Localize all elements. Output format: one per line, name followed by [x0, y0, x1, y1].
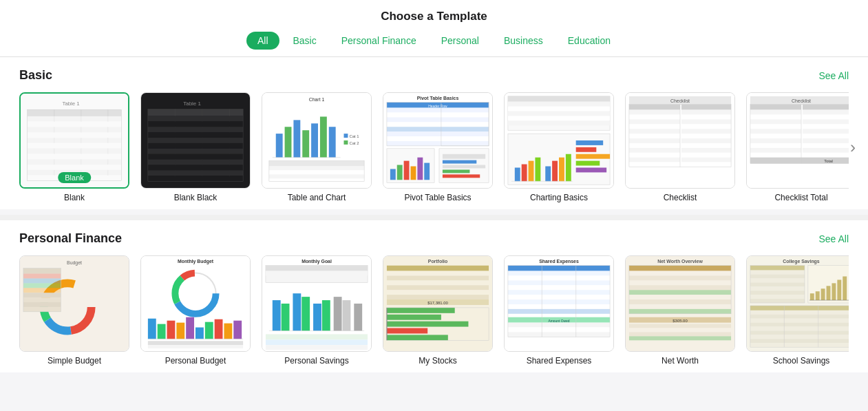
svg-text:Monthly Goal: Monthly Goal: [301, 259, 332, 264]
svg-rect-53: [269, 167, 364, 171]
svg-text:Checklist: Checklist: [670, 98, 690, 103]
basic-see-all[interactable]: See All: [818, 70, 849, 81]
svg-rect-151: [750, 129, 801, 134]
svg-rect-122: [629, 134, 680, 138]
svg-text:Pivot Table Basics: Pivot Table Basics: [417, 96, 459, 101]
svg-rect-89: [508, 112, 610, 116]
svg-rect-235: [387, 328, 427, 334]
template-thumb-personal-savings: Monthly Goal: [262, 255, 372, 352]
template-school-savings[interactable]: College Savings: [746, 255, 849, 366]
svg-rect-156: [803, 138, 849, 143]
tab-education[interactable]: Education: [557, 32, 622, 50]
svg-rect-41: [285, 127, 292, 157]
svg-rect-141: [750, 105, 801, 110]
svg-rect-95: [529, 161, 534, 182]
svg-rect-197: [215, 319, 223, 339]
svg-rect-224: [387, 271, 489, 276]
personal-finance-see-all[interactable]: See All: [818, 233, 849, 244]
svg-rect-128: [629, 148, 680, 153]
svg-rect-64: [387, 122, 489, 127]
template-checklist[interactable]: Checklist: [625, 92, 735, 202]
svg-rect-93: [515, 168, 520, 182]
template-blank-black[interactable]: Table 1: [140, 92, 251, 202]
svg-rect-149: [750, 124, 801, 129]
template-personal-budget[interactable]: Monthly Budget: [140, 255, 251, 366]
svg-rect-52: [269, 161, 364, 167]
svg-rect-88: [508, 107, 610, 112]
svg-rect-112: [629, 110, 680, 115]
svg-rect-243: [508, 276, 610, 281]
svg-rect-308: [750, 343, 849, 347]
svg-rect-124: [629, 138, 680, 143]
svg-rect-195: [195, 328, 204, 339]
svg-rect-120: [629, 129, 680, 134]
svg-rect-36: [148, 176, 243, 181]
template-simple-budget[interactable]: Budget: [19, 255, 129, 366]
tab-all[interactable]: All: [246, 32, 279, 50]
template-checklist-total-label: Checklist Total: [774, 193, 827, 202]
svg-rect-304: [750, 327, 849, 331]
template-table-chart[interactable]: Chart 1 Cat 1 Cat 2: [262, 92, 372, 202]
svg-rect-294: [827, 286, 831, 300]
svg-rect-96: [535, 158, 540, 182]
svg-rect-115: [681, 114, 731, 119]
svg-rect-48: [344, 134, 348, 138]
template-charting-label: Charting Basics: [530, 193, 588, 202]
svg-rect-154: [803, 134, 849, 138]
svg-rect-162: [803, 153, 849, 158]
template-blank[interactable]: Table 1: [19, 92, 129, 202]
svg-rect-254: [508, 328, 610, 333]
svg-rect-193: [176, 323, 184, 339]
svg-rect-61: [387, 108, 489, 113]
svg-rect-150: [803, 124, 849, 129]
svg-rect-34: [148, 165, 243, 171]
template-pivot-label: Pivot Table Basics: [404, 193, 471, 202]
svg-rect-10: [28, 138, 122, 143]
svg-rect-119: [681, 124, 731, 129]
svg-rect-125: [681, 138, 731, 143]
svg-rect-267: [629, 295, 731, 299]
svg-rect-117: [681, 119, 731, 124]
svg-rect-123: [681, 134, 731, 138]
svg-rect-121: [681, 129, 731, 134]
svg-rect-129: [681, 148, 731, 153]
template-thumb-personal-budget: Monthly Budget: [140, 255, 251, 352]
svg-rect-174: [23, 274, 61, 279]
template-pivot[interactable]: Pivot Table Basics Header Row: [383, 92, 493, 202]
tab-business[interactable]: Business: [493, 32, 554, 50]
svg-rect-284: [750, 282, 805, 286]
svg-rect-207: [266, 271, 368, 276]
template-net-worth[interactable]: Net Worth Overview: [625, 255, 735, 366]
svg-rect-142: [803, 105, 849, 110]
svg-text:$17,381.00: $17,381.00: [427, 301, 448, 305]
svg-rect-31: [148, 149, 243, 154]
template-charting[interactable]: Charting Basics: [504, 92, 614, 202]
svg-rect-30: [148, 143, 243, 149]
basic-next-arrow[interactable]: ›: [850, 138, 856, 157]
template-my-stocks[interactable]: Portfolio $17,381.00: [383, 255, 493, 366]
svg-rect-307: [750, 339, 849, 343]
svg-rect-99: [559, 158, 564, 182]
svg-rect-144: [803, 110, 849, 115]
svg-text:Cat 2: Cat 2: [349, 141, 359, 145]
template-personal-savings[interactable]: Monthly Goal: [262, 255, 372, 366]
tab-basic[interactable]: Basic: [282, 32, 328, 50]
template-personal-budget-label: Personal Budget: [165, 356, 226, 366]
svg-rect-181: [23, 307, 61, 312]
svg-rect-127: [681, 143, 731, 148]
svg-rect-101: [576, 140, 604, 145]
svg-rect-83: [443, 174, 480, 178]
template-checklist-total[interactable]: Checklist: [746, 92, 849, 202]
svg-rect-261: [629, 266, 731, 271]
tab-personal-finance[interactable]: Personal Finance: [330, 32, 427, 50]
svg-rect-194: [186, 317, 194, 339]
svg-rect-132: [629, 158, 680, 162]
svg-point-189: [180, 278, 210, 308]
blank-badge: Blank: [58, 172, 91, 183]
svg-rect-135: [681, 162, 731, 167]
svg-rect-265: [629, 285, 731, 290]
template-shared-expenses[interactable]: Shared Expenses Amo: [504, 255, 614, 366]
svg-text:Checklist: Checklist: [792, 98, 811, 103]
template-thumb-charting: [504, 92, 614, 189]
tab-personal[interactable]: Personal: [430, 32, 490, 50]
